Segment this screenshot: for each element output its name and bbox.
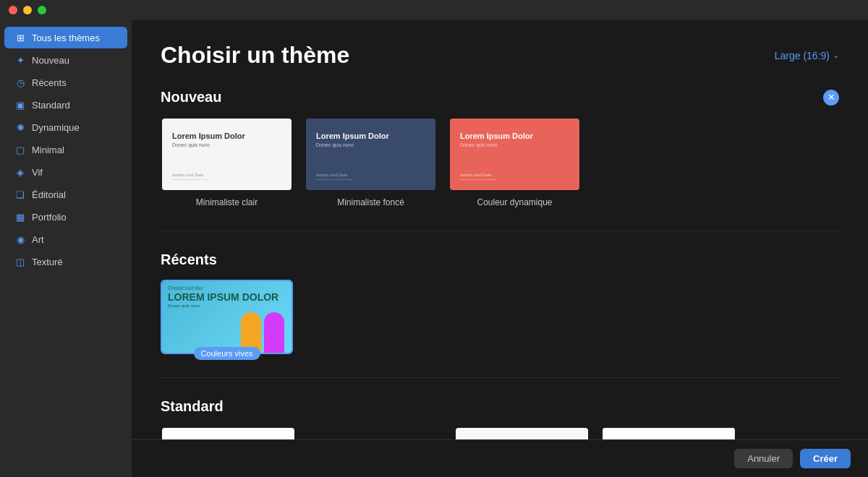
thumb-inner: Lorem Ipsum Dolor Donec quis nunc Author… [306, 119, 435, 190]
bottom-bar: Annuler Créer [132, 439, 868, 477]
theme-card-couleur-dynamique[interactable]: Lorem Ipsum Dolor Donec quis nunc Author… [448, 117, 581, 207]
theme-label-minimaliste-fonce: Minimaliste foncé [337, 197, 404, 207]
thumb-subtitle: Donec quis nunc [316, 142, 389, 147]
theme-card-minimaliste-fonce[interactable]: Lorem Ipsum Dolor Donec quis nunc Author… [305, 117, 437, 207]
section-standard-title: Standard [161, 398, 224, 415]
recents-themes-grid: Choisir tout titui LOREM IPSUM DOLOR Don… [161, 280, 839, 354]
titlebar [0, 0, 868, 20]
section-recents-header: Récents [161, 252, 839, 268]
section-divider [161, 231, 839, 231]
section-close-button[interactable]: ✕ [823, 90, 839, 106]
vivid-thumb-inner: Choisir tout titui LOREM IPSUM DOLOR Don… [162, 281, 292, 353]
size-label: Large (16:9) [775, 50, 830, 61]
sidebar-item-label: Art [32, 234, 44, 245]
sidebar-item-minimal[interactable]: ▢ Minimal [4, 139, 127, 160]
section-recents: Récents Choisir tout titui LOREM IPSUM D… [161, 252, 839, 354]
thumb-author: Author and Date [172, 173, 208, 177]
section-nouveau-title: Nouveau [161, 89, 221, 106]
nouveau-icon: ✦ [14, 54, 26, 66]
vivid-text: Choisir tout titui LOREM IPSUM DOLOR Don… [168, 285, 278, 308]
thumb-author: Author and Date [460, 173, 496, 177]
sidebar-item-texture[interactable]: ◫ Texturé [4, 251, 127, 272]
section-standard-header: Standard [161, 398, 839, 415]
content-area: Choisir un thème Large (16:9) ⌄ Nouveau … [132, 20, 868, 477]
sidebar-item-label: Minimal [32, 145, 64, 155]
sidebar-item-recents[interactable]: ◷ Récents [4, 72, 127, 93]
theme-label-minimaliste-clair: Minimaliste clair [196, 197, 258, 207]
sidebar-item-dynamique[interactable]: ✺ Dynamique [4, 116, 127, 138]
standard-icon: ▣ [14, 99, 26, 111]
sidebar-item-editorial[interactable]: ❑ Éditorial [4, 184, 127, 205]
content-header: Choisir un thème Large (16:9) ⌄ [161, 42, 839, 69]
thumb-content: Lorem Ipsum Dolor Donec quis nunc [172, 132, 245, 147]
chevron-down-icon: ⌄ [833, 51, 839, 60]
thumb-line [316, 179, 352, 180]
vif-icon: ◈ [14, 166, 26, 178]
sidebar-item-vif[interactable]: ◈ Vif [4, 161, 127, 183]
theme-card-couleurs-vives[interactable]: Choisir tout titui LOREM IPSUM DOLOR Don… [161, 280, 293, 354]
thumb-title: Lorem Ipsum Dolor [172, 132, 245, 141]
section-nouveau: Nouveau ✕ Lorem Ipsum Dolor Donec quis n… [161, 89, 839, 207]
section-nouveau-header: Nouveau ✕ [161, 89, 839, 106]
sidebar-item-tous[interactable]: ⊞ Tous les thèmes [4, 27, 127, 48]
thumb-title: Lorem Ipsum Dolor [460, 132, 533, 141]
sidebar-item-nouveau[interactable]: ✦ Nouveau [4, 49, 127, 71]
nouveau-themes-grid: Lorem Ipsum Dolor Donec quis nunc Author… [161, 117, 839, 207]
minimal-icon: ▢ [14, 144, 26, 155]
minimize-button[interactable] [23, 6, 32, 14]
thumb-subtitle: Donec quis nunc [172, 142, 245, 147]
cancel-button[interactable]: Annuler [734, 449, 793, 468]
sidebar-item-label: Dynamique [32, 122, 80, 133]
sidebar-item-standard[interactable]: ▣ Standard [4, 94, 127, 116]
create-button[interactable]: Créer [800, 449, 851, 468]
thumb-author: Author and Date [316, 173, 352, 177]
page-title: Choisir un thème [161, 42, 349, 69]
sidebar-item-portfolio[interactable]: ▦ Portfolio [4, 206, 127, 228]
person-figure-2 [264, 312, 284, 353]
sidebar-item-label: Portfolio [32, 212, 67, 223]
thumb-line [460, 179, 496, 180]
thumb-author-area: Author and Date [316, 173, 352, 180]
sidebar-item-label: Éditorial [32, 189, 66, 200]
thumb-content: Lorem Ipsum Dolor Donec quis nunc [460, 132, 533, 147]
art-icon: ◉ [14, 233, 26, 245]
sidebar-item-label: Texturé [32, 257, 63, 267]
vivid-subtitle: Donec quis nunc [168, 304, 278, 308]
thumb-line [172, 179, 208, 180]
recents-icon: ◷ [14, 77, 26, 88]
sidebar-item-label: Nouveau [32, 55, 69, 66]
theme-thumbnail-minimaliste-fonce: Lorem Ipsum Dolor Donec quis nunc Author… [305, 117, 437, 192]
thumb-content: Lorem Ipsum Dolor Donec quis nunc [316, 132, 389, 147]
theme-label-couleur-dynamique: Couleur dynamique [477, 197, 552, 207]
texture-icon: ◫ [14, 256, 26, 267]
vivid-title: LOREM IPSUM DOLOR [168, 292, 278, 302]
theme-thumbnail-couleur-dynamique: Lorem Ipsum Dolor Donec quis nunc Author… [448, 117, 581, 192]
size-selector-button[interactable]: Large (16:9) ⌄ [775, 50, 839, 61]
vivid-eyebrow: Choisir tout titui [168, 285, 278, 291]
thumb-author-area: Author and Date [460, 173, 496, 180]
sidebar-item-label: Standard [32, 100, 70, 111]
portfolio-icon: ▦ [14, 211, 26, 223]
thumb-title: Lorem Ipsum Dolor [316, 132, 389, 141]
sidebar-item-label: Vif [32, 167, 43, 178]
theme-card-minimaliste-clair[interactable]: Lorem Ipsum Dolor Donec quis nunc Author… [161, 117, 293, 207]
thumb-inner: Lorem Ipsum Dolor Donec quis nunc Author… [450, 119, 579, 190]
tous-icon: ⊞ [14, 32, 26, 43]
sidebar: ⊞ Tous les thèmes ✦ Nouveau ◷ Récents ▣ … [0, 20, 132, 477]
theme-thumbnail-minimaliste-clair: Lorem Ipsum Dolor Donec quis nunc Author… [161, 117, 293, 192]
theme-tooltip: Couleurs vives [193, 347, 260, 360]
close-button[interactable] [9, 6, 17, 14]
thumb-author-area: Author and Date [172, 173, 208, 180]
maximize-button[interactable] [38, 6, 46, 14]
section-recents-title: Récents [161, 252, 217, 268]
sidebar-item-label: Récents [32, 77, 67, 88]
sidebar-item-label: Tous les thèmes [32, 33, 100, 43]
app-body: ⊞ Tous les thèmes ✦ Nouveau ◷ Récents ▣ … [0, 20, 868, 477]
thumb-subtitle: Donec quis nunc [460, 142, 533, 147]
dynamique-icon: ✺ [14, 121, 26, 133]
sidebar-item-art[interactable]: ◉ Art [4, 228, 127, 250]
thumb-inner: Lorem Ipsum Dolor Donec quis nunc Author… [162, 119, 292, 190]
theme-thumbnail-couleurs-vives: Choisir tout titui LOREM IPSUM DOLOR Don… [161, 280, 293, 354]
editorial-icon: ❑ [14, 189, 26, 200]
section-divider-2 [161, 377, 839, 378]
